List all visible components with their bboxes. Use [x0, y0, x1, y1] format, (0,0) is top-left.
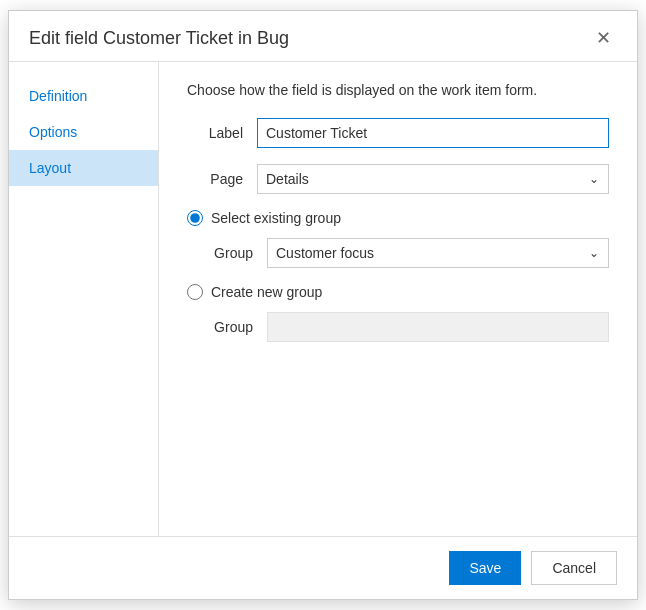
select-existing-radio-row: Select existing group [187, 210, 609, 226]
radio-section: Select existing group Group Customer foc… [187, 210, 609, 342]
dialog-header: Edit field Customer Ticket in Bug ✕ [9, 11, 637, 62]
select-existing-label[interactable]: Select existing group [211, 210, 341, 226]
page-row: Page Details ⌄ [187, 164, 609, 194]
dialog-title: Edit field Customer Ticket in Bug [29, 28, 289, 49]
new-group-row: Group [211, 312, 609, 342]
form-description: Choose how the field is displayed on the… [187, 82, 609, 98]
group-select-wrapper: Customer focus ⌄ [267, 238, 609, 268]
group-field-label: Group [211, 245, 267, 261]
group-row: Group Customer focus ⌄ [211, 238, 609, 268]
create-new-radio[interactable] [187, 284, 203, 300]
dialog-footer: Save Cancel [9, 536, 637, 599]
save-button[interactable]: Save [449, 551, 521, 585]
sidebar-item-layout[interactable]: Layout [9, 150, 158, 186]
dialog-body: Definition Options Layout Choose how the… [9, 62, 637, 536]
close-button[interactable]: ✕ [590, 27, 617, 49]
label-input[interactable] [257, 118, 609, 148]
page-select-wrapper: Details ⌄ [257, 164, 609, 194]
new-group-field-label: Group [211, 319, 267, 335]
cancel-button[interactable]: Cancel [531, 551, 617, 585]
page-select[interactable]: Details [257, 164, 609, 194]
new-group-input-disabled [267, 312, 609, 342]
sidebar: Definition Options Layout [9, 62, 159, 536]
sidebar-item-options[interactable]: Options [9, 114, 158, 150]
page-field-label: Page [187, 171, 257, 187]
label-field-label: Label [187, 125, 257, 141]
select-existing-radio[interactable] [187, 210, 203, 226]
create-new-radio-row: Create new group [187, 284, 609, 300]
create-new-label[interactable]: Create new group [211, 284, 322, 300]
main-content: Choose how the field is displayed on the… [159, 62, 637, 536]
edit-field-dialog: Edit field Customer Ticket in Bug ✕ Defi… [8, 10, 638, 600]
sidebar-item-definition[interactable]: Definition [9, 78, 158, 114]
group-select[interactable]: Customer focus [267, 238, 609, 268]
label-row: Label [187, 118, 609, 148]
